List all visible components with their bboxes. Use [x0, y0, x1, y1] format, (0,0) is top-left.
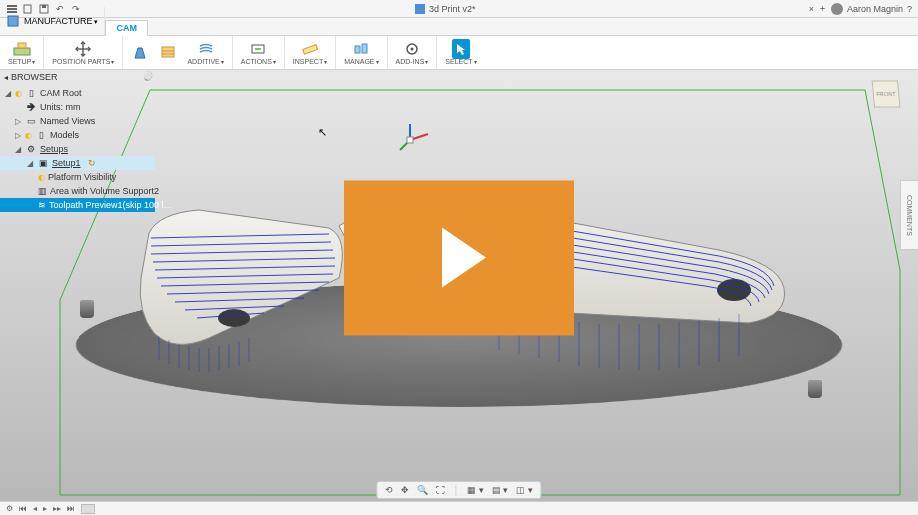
display-settings-icon[interactable]: ▦ ▾	[467, 485, 484, 495]
play-icon	[442, 228, 486, 288]
timeline-step-fwd-icon[interactable]: ▸▸	[53, 504, 61, 513]
tab-cam[interactable]: CAM	[105, 20, 148, 36]
viewports-icon[interactable]: ◫ ▾	[516, 485, 533, 495]
tab-cam-label: CAM	[116, 23, 137, 33]
svg-marker-11	[135, 48, 145, 58]
ribbon-group-manage: MANAGE	[336, 36, 387, 69]
tree-root[interactable]: ◢ ◐ ▯ CAM Root	[0, 86, 155, 100]
manufacture-icon	[6, 14, 20, 28]
ribbon-group-setup: SETUP	[0, 36, 44, 69]
additive-print-button[interactable]	[129, 43, 151, 62]
ribbon-group-additive: ADDITIVE	[123, 36, 232, 69]
timeline-play-icon[interactable]: ▸	[43, 504, 47, 513]
workspace-tabstrip: MANUFACTURE CAM	[0, 18, 918, 36]
tree-label: Models	[50, 130, 79, 140]
actions-icon	[249, 41, 267, 57]
collapse-icon[interactable]: ◂	[4, 73, 8, 82]
inspect-button[interactable]: INSPECT	[291, 40, 329, 66]
ribbon-group-addins: ADD-INS	[388, 36, 438, 69]
setup-icon	[13, 41, 31, 57]
timeline-play-start-icon[interactable]: ⏮	[19, 504, 27, 513]
inspect-label: INSPECT	[293, 58, 323, 65]
expand-icon[interactable]: ◢	[14, 145, 22, 154]
setup-label: SETUP	[8, 58, 31, 65]
tree-label: CAM Root	[40, 88, 82, 98]
pan-icon[interactable]: ✥	[401, 485, 409, 495]
video-play-overlay[interactable]	[344, 180, 574, 335]
tree-toolpath-preview[interactable]: ≋ Toolpath Preview1(skip 100 l…	[0, 198, 155, 212]
visibility-bulb-icon[interactable]: ◐	[38, 173, 45, 182]
select-button[interactable]: SELECT	[443, 40, 478, 66]
ribbon-toolbar: SETUP POSITION PARTS ADDITIVE ACTIONS	[0, 36, 918, 70]
tree-label: Units: mm	[40, 102, 81, 112]
tree-models[interactable]: ▷ ◐ ▯ Models	[0, 128, 155, 142]
zoom-icon[interactable]: 🔍	[417, 485, 428, 495]
workspace-switcher[interactable]: MANUFACTURE	[0, 7, 105, 35]
tree-platform-visibility[interactable]: ◐ Platform Visibility	[0, 170, 155, 184]
svg-point-33	[218, 309, 250, 327]
expand-icon[interactable]: ▷	[14, 117, 22, 126]
timeline-end-icon[interactable]: ⏭	[67, 504, 75, 513]
workspace-label: MANUFACTURE	[24, 16, 98, 26]
tree-setups[interactable]: ◢ ⚙ Setups	[0, 142, 155, 156]
add-ins-button[interactable]: ADD-INS	[394, 40, 431, 66]
browser-header[interactable]: ◂ BROWSER ⚪	[0, 70, 155, 84]
component-icon: ▯	[25, 87, 37, 99]
position-parts-button[interactable]: POSITION PARTS	[50, 40, 116, 66]
grid-icon[interactable]: ▤ ▾	[492, 485, 509, 495]
manage-button[interactable]: MANAGE	[342, 40, 380, 66]
svg-rect-12	[162, 47, 174, 57]
manage-icon	[352, 41, 370, 57]
viewcube-face[interactable]: FRONT	[872, 80, 901, 107]
fit-icon[interactable]: ⛶	[436, 485, 445, 495]
tree-label: Setups	[40, 144, 68, 154]
setup-button[interactable]: SETUP	[6, 40, 37, 66]
units-icon: 🡺	[25, 101, 37, 113]
manage-label: MANAGE	[344, 58, 374, 65]
svg-rect-19	[362, 44, 367, 53]
expand-icon[interactable]: ◢	[4, 89, 12, 98]
timeline-step-back-icon[interactable]: ◂	[33, 504, 37, 513]
ribbon-group-select: SELECT	[437, 36, 484, 69]
print-icon	[131, 44, 149, 60]
tree-area-support[interactable]: ▥ Area with Volume Support2	[0, 184, 155, 198]
toolpath-icon: ≋	[38, 199, 46, 211]
panel-options-icon[interactable]: ⚪	[143, 71, 153, 80]
expand-icon[interactable]: ◢	[26, 159, 34, 168]
tree-setup1[interactable]: ◢ ▣ Setup1 ↻	[0, 156, 155, 170]
svg-rect-6	[8, 16, 18, 26]
timeline-feature[interactable]	[81, 504, 95, 514]
views-icon: ▭	[25, 115, 37, 127]
user-name[interactable]: Aaron Magnin	[847, 4, 903, 14]
timeline-settings-icon[interactable]: ⚙	[6, 504, 13, 513]
user-area: × ＋ Aaron Magnin ?	[803, 2, 918, 15]
timeline-footer: ⚙ ⏮ ◂ ▸ ▸▸ ⏭	[0, 501, 918, 515]
additive-support-button[interactable]	[157, 43, 179, 62]
additive-layers-button[interactable]: ADDITIVE	[185, 40, 225, 66]
comments-rail[interactable]: COMMENTS	[900, 180, 918, 250]
tree-named-views[interactable]: ▷ ▭ Named Views	[0, 114, 155, 128]
tree-label: Setup1	[52, 158, 81, 168]
navigation-bar: ⟲ ✥ 🔍 ⛶ │ ▦ ▾ ▤ ▾ ◫ ▾	[376, 481, 541, 499]
avatar[interactable]	[831, 3, 843, 15]
sync-icon[interactable]: ↻	[88, 158, 96, 168]
expand-icon[interactable]: ▷	[14, 131, 22, 140]
close-tab-icon[interactable]: ×	[809, 4, 814, 14]
addins-icon	[403, 41, 421, 57]
select-label: SELECT	[445, 58, 472, 65]
visibility-bulb-icon[interactable]: ◐	[15, 89, 22, 98]
actions-button[interactable]: ACTIONS	[239, 40, 278, 66]
title-bar: ↶ ↷ 3d Print v2* × ＋ Aaron Magnin ?	[0, 0, 918, 18]
svg-rect-16	[255, 48, 261, 50]
help-icon[interactable]: ?	[907, 4, 912, 14]
comments-label: COMMENTS	[906, 195, 913, 236]
ribbon-group-inspect: INSPECT	[285, 36, 336, 69]
new-tab-icon[interactable]: ＋	[818, 2, 827, 15]
ribbon-group-actions: ACTIONS	[233, 36, 285, 69]
document-title-area: 3d Print v2*	[88, 4, 803, 14]
orbit-icon[interactable]: ⟲	[385, 485, 393, 495]
mouse-cursor-icon: ↖	[318, 126, 327, 139]
tree-units[interactable]: 🡺 Units: mm	[0, 100, 155, 114]
visibility-bulb-icon[interactable]: ◐	[25, 131, 32, 140]
view-cube[interactable]: FRONT	[868, 76, 904, 112]
